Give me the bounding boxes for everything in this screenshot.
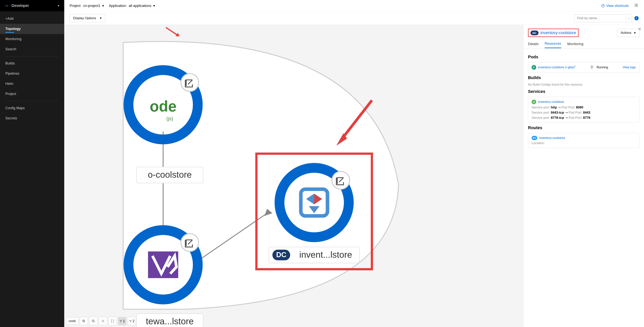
- shortcuts-label: View shortcuts: [606, 4, 629, 8]
- application-label: Application:: [109, 4, 127, 8]
- details-panel: ✕ DC inventory-coolstore Actions ▾ Detai…: [523, 25, 644, 327]
- port-row: Service port: http ➝ Pod Port: 8080: [532, 105, 636, 109]
- resource-title[interactable]: inventory-coolstore: [540, 30, 576, 35]
- pods-heading: Pods: [528, 55, 640, 60]
- sidebar-item-project[interactable]: Project: [0, 89, 64, 99]
- display-options-label: Display Options: [73, 16, 96, 20]
- service-badge-icon: S: [532, 100, 536, 104]
- zoom-in-button[interactable]: [80, 317, 88, 325]
- main: Project: cn-project1 ▾ Application: all …: [64, 0, 644, 327]
- toolbar: Display Options ▾ / i: [64, 12, 644, 25]
- chevron-down-icon: ▼: [57, 5, 60, 7]
- sidebar-item-search[interactable]: Search: [0, 44, 64, 54]
- tab-resources[interactable]: Resources: [545, 40, 561, 48]
- route-location-label: Location:: [532, 141, 545, 145]
- view-logs-link[interactable]: View logs: [623, 66, 636, 69]
- sidebar-item-topology[interactable]: Topology: [0, 24, 64, 34]
- question-icon: ?: [601, 4, 605, 8]
- perspective-label: Developer: [12, 4, 57, 8]
- search-kbd-hint: /: [626, 16, 632, 21]
- pod-badge-icon: P: [532, 65, 536, 70]
- node-label: o-coolstore: [148, 170, 192, 180]
- svg-text:(js): (js): [166, 116, 173, 121]
- project-selector[interactable]: Project: cn-project1 ▾: [70, 4, 104, 8]
- pod-name-link[interactable]: inventory-coolstore-1-gkrp7: [538, 66, 576, 69]
- application-selector[interactable]: Application: all applications ▾: [109, 4, 155, 8]
- fit-button[interactable]: [99, 317, 107, 325]
- sidebar-item-builds[interactable]: Builds: [0, 58, 64, 69]
- panel-tabs: DetailsResourcesMonitoring: [523, 40, 644, 48]
- search-box: /: [574, 14, 632, 22]
- display-options-button[interactable]: Display Options ▾: [70, 14, 105, 22]
- fullscreen-button[interactable]: [108, 317, 116, 325]
- list-view-icon[interactable]: [634, 3, 639, 9]
- svg-line-27: [84, 321, 85, 322]
- application-value: all applications: [129, 4, 151, 8]
- tab-monitoring[interactable]: Monitoring: [567, 40, 584, 48]
- sidebar-divider: [5, 56, 59, 57]
- service-name-link[interactable]: inventory-coolstore: [538, 100, 564, 104]
- pod-card: P inventory-coolstore-1-gkrp7 Running Vi…: [528, 62, 640, 73]
- port-row: Service port: 8443-tcp ➝ Pod Port: 8443: [532, 111, 636, 115]
- zoom-controls: cools 1 2: [66, 317, 136, 325]
- actions-button[interactable]: Actions ▾: [617, 29, 640, 37]
- search-input[interactable]: [574, 15, 626, 22]
- topbar: Project: cn-project1 ▾ Application: all …: [64, 0, 644, 12]
- dc-badge: DC: [276, 251, 286, 259]
- sidebar-divider: [5, 101, 59, 101]
- panel-header: DC inventory-coolstore Actions ▾: [523, 25, 644, 40]
- sidebar-nav: +AddTopologyMonitoringSearchBuildsPipeli…: [0, 11, 64, 123]
- sidebar-item-monitoring[interactable]: Monitoring: [0, 34, 64, 44]
- project-label: Project:: [70, 4, 81, 8]
- svg-text:ode: ode: [150, 98, 177, 115]
- chevron-down-icon: ▾: [102, 4, 104, 8]
- info-icon[interactable]: i: [634, 16, 639, 20]
- sidebar: Developer ▼ +AddTopologyMonitoringSearch…: [0, 0, 64, 327]
- perspective-switcher[interactable]: Developer ▼: [0, 0, 64, 11]
- sidebar-item-config-maps[interactable]: Config Maps: [0, 103, 64, 113]
- panel-body: Pods P inventory-coolstore-1-gkrp7 Runni…: [523, 48, 644, 327]
- dc-badge: DC: [530, 31, 538, 35]
- route-card: RT inventory-coolstore Location:: [528, 133, 640, 148]
- builds-heading: Builds: [528, 75, 640, 80]
- sidebar-item-pipelines[interactable]: Pipelines: [0, 69, 64, 79]
- routes-heading: Routes: [528, 125, 640, 130]
- project-value: cn-project1: [83, 4, 100, 8]
- topology-canvas-wrap: ode (js) o-coolstore: [64, 25, 644, 327]
- actions-label: Actions: [620, 31, 631, 35]
- sidebar-item-secrets[interactable]: Secrets: [0, 113, 64, 123]
- svg-text:?: ?: [602, 5, 604, 7]
- chevron-down-icon: ▾: [100, 16, 102, 20]
- service-card: S inventory-coolstore Service port: http…: [528, 97, 640, 123]
- view-shortcuts-link[interactable]: ? View shortcuts: [601, 4, 629, 8]
- zoom-label: cools: [66, 317, 78, 324]
- svg-line-31: [94, 321, 95, 322]
- chevron-down-icon: ▾: [153, 4, 155, 8]
- sidebar-item-helm[interactable]: Helm: [0, 79, 64, 89]
- layout-1-button[interactable]: 1: [118, 317, 126, 325]
- services-heading: Services: [528, 89, 640, 94]
- route-badge-icon: RT: [532, 136, 537, 140]
- chevron-down-icon: ▾: [634, 31, 636, 35]
- port-row: Service port: 8778-tcp ➝ Pod Port: 8778: [532, 116, 636, 120]
- builds-empty-text: No Build Configs found for this resource…: [528, 83, 640, 86]
- port-list: Service port: http ➝ Pod Port: 8080Servi…: [532, 105, 636, 120]
- tab-details[interactable]: Details: [528, 40, 538, 48]
- node-label: invent...lstore: [299, 250, 352, 260]
- zoom-out-button[interactable]: [89, 317, 98, 325]
- node-label: tewa...lstore: [146, 316, 194, 326]
- sync-icon: [590, 65, 594, 70]
- layout-2-button[interactable]: 2: [128, 317, 136, 325]
- close-button[interactable]: ✕: [638, 27, 641, 32]
- code-icon: [4, 4, 9, 8]
- route-name-link[interactable]: inventory-coolstore: [539, 136, 565, 140]
- sidebar-item--add[interactable]: +Add: [0, 14, 64, 24]
- pod-status: Running: [597, 66, 608, 69]
- highlight-box: DC inventory-coolstore: [528, 29, 578, 37]
